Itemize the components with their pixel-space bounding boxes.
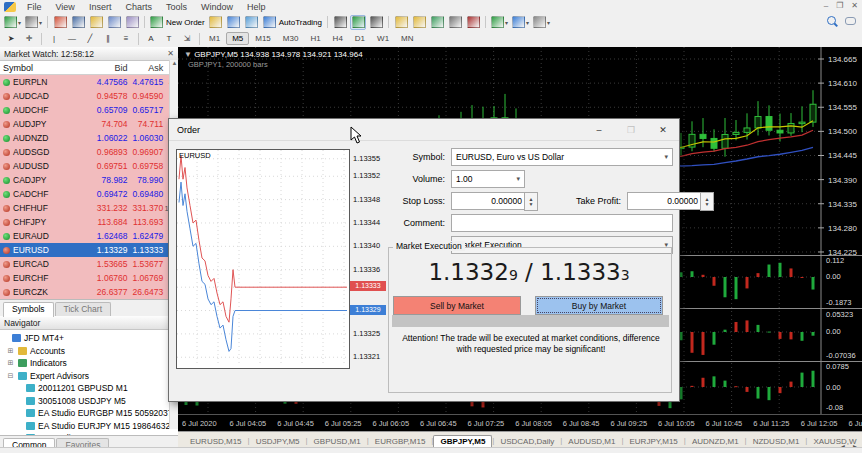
table-row[interactable]: EURAUD1.624681.6247911 <box>0 229 178 243</box>
column-header-bid[interactable]: Bid <box>88 63 128 73</box>
periods-menu-icon[interactable]: ▾ <box>511 15 530 30</box>
tree-node-accounts[interactable]: ⊞Accounts <box>0 345 178 358</box>
cursor-tool-icon[interactable]: ➤ <box>3 31 19 46</box>
timeframe-m5[interactable]: M5 <box>226 32 249 45</box>
volume-select[interactable]: 1.00 ▾ <box>451 170 525 188</box>
market-watch-toggle-icon[interactable] <box>52 15 68 30</box>
table-row[interactable]: CHFHUF331.232331.370138 <box>0 201 178 215</box>
comment-input[interactable] <box>451 214 673 232</box>
navigator-toggle-icon[interactable] <box>88 15 104 30</box>
label-tool-icon[interactable]: T <box>161 31 177 46</box>
menu-charts[interactable]: Charts <box>118 1 159 13</box>
expert-advisors-icon[interactable] <box>226 15 242 30</box>
trendline-tool-icon[interactable]: ╱ <box>82 31 98 46</box>
templates-menu-icon[interactable]: ▾ <box>532 15 551 30</box>
tree-toggle-icon[interactable]: ⊞ <box>6 347 15 355</box>
table-row[interactable]: AUDNZD1.060221.060308 <box>0 131 178 145</box>
timeframe-m15[interactable]: M15 <box>249 32 277 45</box>
horizontal-line-tool-icon[interactable]: — <box>64 31 80 46</box>
new-order-button-icon[interactable]: New Order <box>149 15 206 30</box>
fibonacci-tool-icon[interactable]: ≡ <box>118 31 134 46</box>
sell-by-market-button[interactable]: Sell by Market <box>393 296 521 315</box>
text-tool-icon[interactable]: A <box>143 31 159 46</box>
timeframe-m30[interactable]: M30 <box>277 32 305 45</box>
terminal-toggle-icon[interactable] <box>106 15 122 30</box>
metaeditor-icon[interactable] <box>208 15 224 30</box>
take-profit-stepper[interactable]: ▲▼ <box>700 192 714 211</box>
table-row[interactable]: AUDCAD0.945780.9459012 <box>0 89 178 103</box>
auto-scroll-icon[interactable] <box>465 15 481 30</box>
menu-file[interactable]: File <box>20 1 49 13</box>
vertical-line-tool-icon[interactable]: | <box>46 31 62 46</box>
table-row[interactable]: AUDUSD0.697510.697587 <box>0 159 178 173</box>
menu-tools[interactable]: Tools <box>159 1 194 13</box>
menu-insert[interactable]: Insert <box>82 1 119 13</box>
timeframe-w1[interactable]: W1 <box>371 32 395 45</box>
tree-node-expert-advisors[interactable]: ⊟Expert Advisors <box>0 370 178 383</box>
symbol-select[interactable]: EURUSD, Euro vs US Dollar ▾ <box>451 148 673 166</box>
table-row[interactable]: AUDSGD0.968930.9690714 <box>0 145 178 159</box>
tile-windows-icon[interactable] <box>429 15 445 30</box>
search-icon[interactable] <box>827 16 836 25</box>
zoom-out-icon[interactable] <box>411 15 427 30</box>
buy-by-market-button[interactable]: Buy by Market <box>535 296 663 315</box>
table-row[interactable]: CADCHF0.694720.694808 <box>0 187 178 201</box>
collapse-arrow-icon[interactable]: ▼ <box>184 50 194 59</box>
chart-shift-icon[interactable] <box>447 15 463 30</box>
crosshair-tool-icon[interactable]: ✛ <box>21 31 37 46</box>
tree-leaf-ea[interactable]: EA Studio EURJPY M15 19864632 <box>0 420 178 433</box>
dialog-minimize-button[interactable]: – <box>583 119 615 140</box>
table-row[interactable]: CHFJPY113.684113.6939 <box>0 215 178 229</box>
close-button[interactable]: ✕ <box>851 1 858 10</box>
bar-chart-icon[interactable] <box>332 15 348 30</box>
table-row[interactable]: AUDJPY74.70474.7117 <box>0 117 178 131</box>
timeframe-mn[interactable]: MN <box>395 32 419 45</box>
tree-leaf-ea[interactable]: EA Studio EURGBP M15 50592037 <box>0 407 178 420</box>
scripts-icon[interactable] <box>244 15 260 30</box>
tree-leaf-ea[interactable]: EA Studio EURUSD M15 61851200 <box>0 432 178 435</box>
channel-tool-icon[interactable]: ∥ <box>100 31 116 46</box>
table-row[interactable]: AUDCHF0.657090.657178 <box>0 103 178 117</box>
table-row[interactable]: EURCAD1.536651.5367712 <box>0 257 178 271</box>
table-row[interactable]: EURPLN4.475664.4761549 <box>0 75 178 89</box>
data-window-icon[interactable] <box>70 15 86 30</box>
table-row[interactable]: EURCZK26.637726.647396 <box>0 285 178 299</box>
menu-window[interactable]: Window <box>194 1 240 13</box>
timeframe-h4[interactable]: H4 <box>327 32 349 45</box>
table-row[interactable]: EURCHF1.067601.067699 <box>0 271 178 285</box>
table-row[interactable]: CADJPY78.98278.9908 <box>0 173 178 187</box>
tree-node-indicators[interactable]: ⊞Indicators <box>0 357 178 370</box>
stop-loss-input[interactable]: 0.00000 <box>451 192 527 210</box>
timeframe-h1[interactable]: H1 <box>304 32 326 45</box>
new-chart-icon[interactable]: ▾ <box>3 15 22 30</box>
chat-icon[interactable] <box>845 17 856 25</box>
profiles-icon[interactable]: ▾ <box>24 15 43 30</box>
restore-button[interactable]: ❐ <box>836 1 843 10</box>
indicators-menu-icon[interactable]: ▾ <box>490 15 509 30</box>
menu-view[interactable]: View <box>49 1 82 13</box>
take-profit-input[interactable]: 0.00000 <box>627 192 703 210</box>
minimize-button[interactable]: – <box>824 1 828 10</box>
tree-root[interactable]: JFD MT4+ <box>0 332 178 345</box>
tree-leaf-ea[interactable]: 20011201 GBPUSD M1 <box>0 382 178 395</box>
line-chart-icon[interactable] <box>368 15 384 30</box>
dialog-close-button[interactable]: ✕ <box>647 119 679 140</box>
table-row[interactable]: EURUSD1.133291.133334 <box>0 243 178 257</box>
column-header-ask[interactable]: Ask <box>128 63 164 73</box>
market-watch-close-icon[interactable]: ✕ <box>167 49 174 58</box>
timeframe-m1[interactable]: M1 <box>203 32 226 45</box>
column-header-symbol[interactable]: Symbol <box>0 63 88 73</box>
tab-symbols[interactable]: Symbols <box>3 302 54 317</box>
timeframe-d1[interactable]: D1 <box>349 32 371 45</box>
zoom-in-icon[interactable] <box>393 15 409 30</box>
candlestick-chart-icon[interactable] <box>350 15 366 30</box>
menu-help[interactable]: Help <box>240 1 273 13</box>
tree-toggle-icon[interactable]: ⊟ <box>6 372 15 380</box>
tab-tick-chart[interactable]: Tick Chart <box>55 302 111 316</box>
arrows-tool-icon[interactable]: ⇲ <box>179 31 195 46</box>
tree-leaf-ea[interactable]: 30051008 USDJPY M5 <box>0 395 178 408</box>
order-dialog-titlebar[interactable]: Order – ❐ ✕ <box>169 119 679 141</box>
tree-toggle-icon[interactable]: ⊞ <box>6 359 15 367</box>
autotrading-button-icon[interactable]: AutoTrading <box>262 15 323 30</box>
strategy-tester-icon[interactable] <box>124 15 140 30</box>
